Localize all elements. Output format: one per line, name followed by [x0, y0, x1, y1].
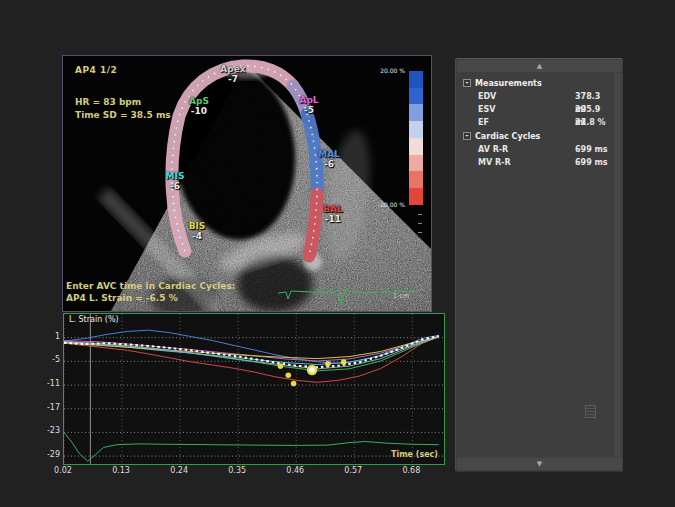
- segment-label-mis: MIS-6: [166, 171, 185, 191]
- y-tick-label: -5: [36, 355, 60, 364]
- measurement-label: AV R-R: [478, 145, 508, 154]
- measurement-label: EF: [478, 118, 489, 127]
- segment-strain-value: -6: [318, 159, 340, 169]
- global-strain-text: AP4 L. Strain = -6.5 %: [66, 293, 178, 303]
- segment-label-apl: ApL-5: [299, 95, 318, 115]
- scrollbar-track[interactable]: [613, 73, 621, 457]
- segment-name: MAL: [318, 149, 340, 159]
- measurement-value: 21.8 %: [575, 116, 606, 129]
- segment-name: BAL: [323, 204, 343, 214]
- segment-label-apex: Apex-7: [220, 64, 245, 84]
- segment-strain-value: -10: [189, 106, 209, 116]
- scroll-down-button[interactable]: ▼: [457, 458, 622, 470]
- section-header-0[interactable]: -Measurements: [463, 76, 609, 90]
- notes-icon: [585, 405, 596, 418]
- measurement-row: EDV378.3 ml: [463, 90, 609, 103]
- x-tick-label: 0.35: [224, 466, 250, 475]
- x-tick-label: 0.13: [108, 466, 134, 475]
- depth-ruler: [418, 214, 422, 298]
- peak-marker-ring: [308, 366, 316, 374]
- section-title: Measurements: [475, 79, 542, 88]
- collapse-icon[interactable]: -: [463, 132, 471, 140]
- series-ecg: [64, 432, 439, 461]
- scale-label: 1 cm: [393, 292, 409, 300]
- colorbar-min-label: -20.00 %: [357, 201, 405, 208]
- ultrasound-sector-image: [63, 56, 431, 311]
- measurements-list: -MeasurementsEDV378.3 mlESV295.9 mlEF21.…: [463, 76, 609, 169]
- time-sd-text: Time SD = 38.5 ms: [75, 110, 171, 120]
- x-axis-label: Time (sec): [391, 450, 438, 459]
- y-tick-label: -17: [36, 403, 60, 412]
- measurement-row: AV R-R699 ms: [463, 143, 609, 156]
- view-label: AP4 1/2: [75, 65, 117, 75]
- series-aps: [64, 337, 439, 371]
- collapse-icon[interactable]: -: [463, 79, 471, 87]
- segment-strain-value: -7: [220, 74, 245, 84]
- peak-marker-dot: [286, 372, 292, 378]
- colorbar-max-label: 20.00 %: [361, 67, 405, 74]
- echopac-screen: { "echo": { "label": "AP4 1/2", "hr": "H…: [0, 0, 675, 507]
- avc-prompt-text: Enter AVC time in Cardiac Cycles:: [66, 281, 235, 291]
- scroll-up-icon: ▲: [537, 62, 542, 70]
- section-header-1[interactable]: -Cardiac Cycles: [463, 129, 609, 143]
- chart-title: L. Strain (%): [69, 315, 119, 324]
- measurements-panel: ▲ -MeasurementsEDV378.3 mlESV295.9 mlEF2…: [455, 58, 623, 472]
- segment-strain-value: -5: [299, 105, 318, 115]
- segment-name: Apex: [220, 64, 245, 74]
- measurement-label: ESV: [478, 105, 495, 114]
- measurement-row: MV R-R699 ms: [463, 156, 609, 169]
- measurement-value: 699 ms: [575, 143, 608, 156]
- measurement-value: 699 ms: [575, 156, 608, 169]
- measurement-label: MV R-R: [478, 158, 511, 167]
- segment-name: ApL: [299, 95, 318, 105]
- strain-chart-svg: [64, 314, 444, 464]
- segment-label-aps: ApS-10: [189, 96, 209, 116]
- x-tick-label: 0.46: [282, 466, 308, 475]
- segment-strain-value: -6: [166, 181, 185, 191]
- y-tick-label: 1: [36, 332, 60, 341]
- segment-name: MIS: [166, 171, 185, 181]
- peak-marker-dot: [325, 361, 331, 367]
- peak-marker-dot: [341, 359, 347, 365]
- peak-marker-dot: [291, 381, 297, 387]
- segment-strain-value: -4: [189, 231, 206, 241]
- segment-name: BIS: [189, 221, 206, 231]
- series-apl: [64, 337, 439, 362]
- peak-marker-dot: [278, 363, 284, 369]
- segment-label-bal: BAL-11: [323, 204, 343, 224]
- scroll-up-button[interactable]: ▲: [457, 60, 622, 72]
- measurement-label: EDV: [478, 92, 496, 101]
- ultrasound-image-panel: AP4 1/2 HR = 83 bpm Time SD = 38.5 ms En…: [62, 55, 432, 312]
- x-tick-label: 0.02: [50, 466, 76, 475]
- strain-chart-panel: [63, 313, 445, 465]
- strain-colorbar: [409, 71, 423, 205]
- series-average: [64, 336, 439, 367]
- measurement-row: ESV295.9 ml: [463, 103, 609, 116]
- section-title: Cardiac Cycles: [475, 132, 540, 141]
- y-tick-label: -23: [36, 426, 60, 435]
- x-tick-label: 0.24: [166, 466, 192, 475]
- heart-rate-text: HR = 83 bpm: [75, 97, 141, 107]
- segment-label-bis: BIS-4: [189, 221, 206, 241]
- segment-label-mal: MAL-6: [318, 149, 340, 169]
- measurement-row: EF21.8 %: [463, 116, 609, 129]
- y-tick-label: -11: [36, 379, 60, 388]
- scroll-down-icon: ▼: [537, 460, 542, 468]
- x-tick-label: 0.68: [398, 466, 424, 475]
- x-tick-label: 0.57: [340, 466, 366, 475]
- y-tick-label: -29: [36, 450, 60, 459]
- segment-name: ApS: [189, 96, 209, 106]
- segment-strain-value: -11: [323, 214, 343, 224]
